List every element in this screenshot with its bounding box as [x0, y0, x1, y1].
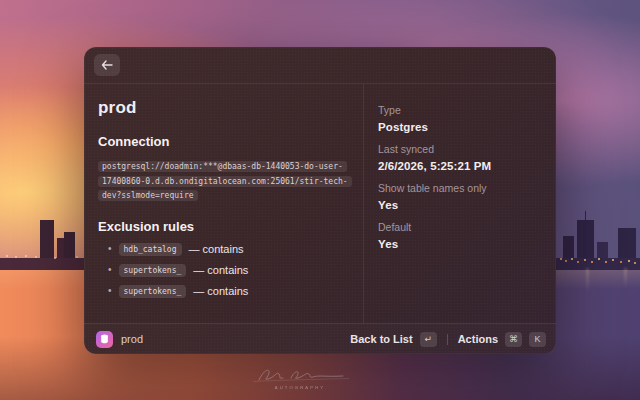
- rule-mode-label: — contains: [193, 264, 248, 276]
- meta-value-show-table-names: Yes: [378, 199, 542, 211]
- meta-label-show-table-names: Show table names only: [378, 182, 542, 194]
- window-header: [84, 47, 556, 84]
- rule-pattern-badge: hdb_catalog: [119, 243, 182, 256]
- meta-value-type: Postgres: [378, 121, 542, 133]
- shoreline: [556, 258, 640, 270]
- meta-value-last-synced: 2/6/2026, 5:25:21 PM: [378, 160, 542, 172]
- rule-mode-label: — contains: [193, 285, 248, 297]
- command-key-icon[interactable]: ⌘: [505, 332, 522, 347]
- rule-mode-label: — contains: [189, 243, 244, 255]
- signature-icon: [245, 366, 355, 384]
- k-key-icon[interactable]: K: [529, 332, 546, 347]
- exclusion-rules-heading: Exclusion rules: [98, 219, 349, 234]
- metadata-panel: Type Postgres Last synced 2/6/2026, 5:25…: [363, 84, 556, 323]
- watermark-caption: AUTOGRAPHY: [257, 385, 344, 389]
- connection-heading: Connection: [98, 134, 349, 149]
- detail-main-column: prod Connection postgresql://doadmin:***…: [84, 84, 363, 323]
- tower-spire: [585, 211, 586, 220]
- list-item: • supertokens_ — contains: [108, 285, 349, 298]
- footer-app-name: prod: [121, 333, 143, 345]
- action-bar: prod Back to List ↵ Actions ⌘ K: [84, 323, 556, 354]
- exclusion-rule-list: • hdb_catalog — contains • supertokens_ …: [98, 243, 349, 298]
- photographer-watermark: AUTOGRAPHY: [238, 366, 362, 391]
- water-reflection: [586, 268, 589, 294]
- meta-value-default: Yes: [378, 238, 542, 250]
- connection-string-block[interactable]: postgresql://doadmin:***@dbaas-db-144005…: [98, 158, 366, 202]
- app-icon: [96, 331, 113, 348]
- connection-string: postgresql://doadmin:***@dbaas-db-144005…: [98, 161, 352, 201]
- water-reflection: [624, 268, 627, 288]
- detail-window: prod Connection postgresql://doadmin:***…: [84, 47, 556, 354]
- bullet-icon: •: [108, 265, 112, 275]
- rule-pattern-badge: supertokens_: [119, 285, 187, 298]
- back-to-list-button[interactable]: Back to List: [350, 333, 412, 345]
- city-lights: [560, 258, 562, 260]
- bullet-icon: •: [108, 286, 112, 296]
- bullet-icon: •: [108, 244, 112, 254]
- page-title: prod: [98, 98, 349, 118]
- footer-separator: [447, 334, 448, 345]
- city-lights: [6, 255, 8, 257]
- back-arrow-icon: [101, 60, 113, 70]
- list-item: • supertokens_ — contains: [108, 264, 349, 277]
- database-icon: [100, 334, 109, 344]
- meta-label-last-synced: Last synced: [378, 143, 542, 155]
- rule-pattern-badge: supertokens_: [119, 264, 187, 277]
- meta-label-type: Type: [378, 104, 542, 116]
- shoreline: [0, 258, 86, 270]
- return-key-icon[interactable]: ↵: [420, 332, 437, 347]
- meta-label-default: Default: [378, 221, 542, 233]
- back-button[interactable]: [94, 54, 120, 76]
- actions-button[interactable]: Actions: [458, 333, 498, 345]
- list-item: • hdb_catalog — contains: [108, 243, 349, 256]
